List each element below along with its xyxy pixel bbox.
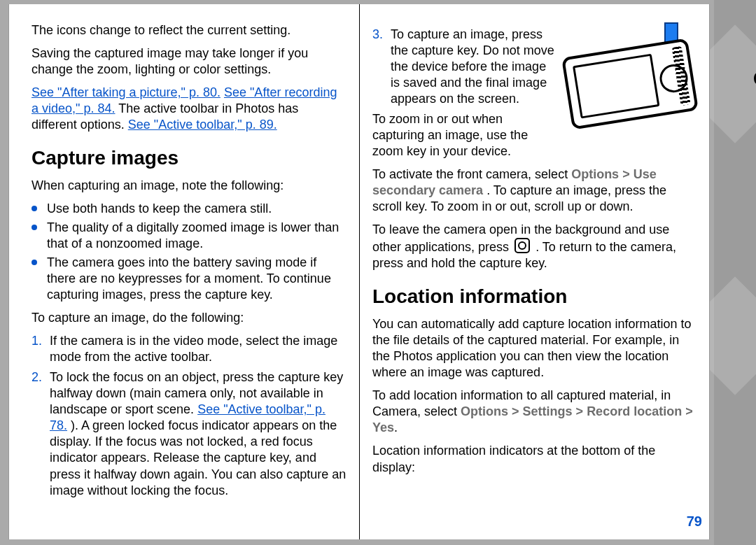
page-number: 79 <box>687 513 702 531</box>
menu-path-yes: Yes <box>372 420 394 434</box>
page-sheet: The icons change to reflect the current … <box>8 4 710 539</box>
list-item: 3. To capture an image, press the captur… <box>372 27 694 107</box>
step-number: 2. <box>31 369 42 385</box>
menu-path-sep: > <box>512 404 523 418</box>
menu-path-sep: > <box>685 404 693 418</box>
list-item: The quality of a digitally zoomed image … <box>31 220 346 252</box>
list-item: 2. To lock the focus on an object, press… <box>31 369 346 498</box>
body-text: See "After taking a picture," p. 80. See… <box>31 85 346 133</box>
menu-path-sep: > <box>622 167 634 181</box>
xref-link[interactable]: See "Active toolbar," p. 89. <box>128 118 277 132</box>
section-side-label: Camera <box>748 14 756 86</box>
numbered-list: 1. If the camera is in the video mode, s… <box>31 333 346 498</box>
step-text: ). A green locked focus indicator appear… <box>50 418 346 497</box>
numbered-list-continued: 3. To capture an image, press the captur… <box>372 27 694 107</box>
menu-path-settings: Settings <box>523 404 573 418</box>
bullet-list: Use both hands to keep the camera still.… <box>31 201 346 303</box>
xref-link[interactable]: See "After taking a picture," p. 80. <box>31 85 220 99</box>
step-text: To capture an image, press the capture k… <box>391 27 554 106</box>
step-number: 1. <box>31 333 42 349</box>
list-item: Use both hands to keep the camera still. <box>31 201 346 217</box>
body-text: To add location information to all captu… <box>372 388 694 436</box>
menu-path-options: Options <box>571 167 619 181</box>
step-text: If the camera is in the video mode, sele… <box>50 334 337 364</box>
column-left: The icons change to reflect the current … <box>9 4 359 539</box>
body-text: You can automatically add capture locati… <box>372 316 694 381</box>
menu-path-sep: > <box>576 404 587 418</box>
body-text: When capturing an image, note the follow… <box>31 178 346 194</box>
list-item: The camera goes into the battery saving … <box>31 255 346 303</box>
heading-capture-images: Capture images <box>31 146 346 171</box>
menu-key-icon <box>514 238 530 253</box>
menu-path-record-location: Record location <box>587 404 682 418</box>
column-right: 3. To capture an image, press the captur… <box>359 4 709 539</box>
step-number: 3. <box>372 27 383 43</box>
menu-path-options: Options <box>461 404 508 418</box>
body-text: To leave the camera open in the backgrou… <box>372 222 694 271</box>
body-text: To activate the front camera, select <box>372 167 571 181</box>
body-text: To capture an image, do the following: <box>31 310 346 326</box>
body-text: Saving the captured image may take longe… <box>31 45 346 78</box>
body-text: Location information indicators at the b… <box>372 443 694 475</box>
two-column-layout: The icons change to reflect the current … <box>9 4 709 539</box>
heading-location-information: Location information <box>372 284 694 309</box>
body-text: To activate the front camera, select Opt… <box>372 167 694 215</box>
body-text: The icons change to reflect the current … <box>31 22 346 38</box>
list-item: 1. If the camera is in the video mode, s… <box>31 333 346 365</box>
